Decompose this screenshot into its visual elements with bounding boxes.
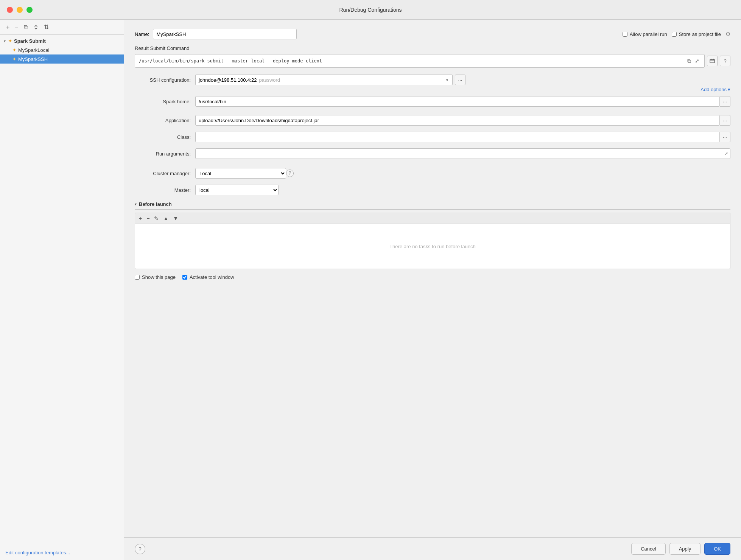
cluster-manager-select[interactable]: Local YARN Mesos Standalone [195, 168, 286, 179]
dialog-footer: ? Cancel Apply OK [124, 537, 741, 560]
browse-command-button[interactable] [707, 56, 718, 66]
class-label: Class: [135, 134, 195, 140]
content-scroll: Name: Allow parallel run Store as projec… [124, 20, 741, 537]
footer-help-button[interactable]: ? [135, 544, 145, 554]
before-launch-up-button[interactable]: ▲ [162, 215, 170, 222]
before-launch-toolbar: + − ✎ ▲ ▼ [135, 213, 730, 224]
before-launch-add-button[interactable]: + [137, 215, 143, 222]
ssh-password-hint: password [259, 77, 280, 83]
run-arguments-row: Run arguments: ⤢ [135, 148, 730, 159]
tree-item-spark-submit[interactable]: ▾ ✦ Spark Submit [0, 36, 124, 45]
maximize-button[interactable] [26, 7, 33, 13]
store-project-checkbox-label[interactable]: Store as project file [672, 31, 721, 37]
tree-item-label: MySparkLocal [18, 47, 49, 53]
edit-templates-link[interactable]: Edit configuration templates... [5, 550, 70, 555]
add-config-button[interactable]: + [5, 23, 11, 31]
minimize-button[interactable] [17, 7, 23, 13]
close-button[interactable] [7, 7, 13, 13]
name-label: Name: [135, 31, 149, 37]
allow-parallel-checkbox[interactable] [623, 32, 627, 37]
name-input[interactable] [153, 29, 297, 39]
show-page-label[interactable]: Show this page [135, 274, 176, 280]
activate-tool-text: Activate tool window [190, 274, 234, 280]
cluster-manager-label: Cluster manager: [135, 171, 195, 176]
bottom-checks: Show this page Activate tool window [135, 269, 730, 283]
add-options-label: Add options [701, 87, 727, 92]
gear-icon[interactable]: ⚙ [725, 31, 730, 37]
sidebar-toolbar: + − ⧉ ⇅ [0, 20, 124, 35]
master-select[interactable]: local local[*] local[N] [195, 185, 279, 195]
command-icons: ⧉ ⤢ [686, 58, 701, 65]
store-project-label: Store as project file [679, 31, 721, 37]
chevron-down-icon: ▾ [4, 39, 6, 43]
ssh-config-display: johndoe@198.51.100.4:22 password [195, 75, 442, 85]
application-browse-button[interactable]: ··· [720, 115, 730, 126]
ssh-dropdown-button[interactable]: ▾ [442, 75, 453, 85]
cancel-button[interactable]: Cancel [631, 543, 665, 555]
copy-command-button[interactable]: ⧉ [686, 58, 692, 65]
class-input[interactable] [195, 132, 720, 142]
spark-home-browse-button[interactable]: ··· [720, 96, 730, 107]
footer-buttons: Cancel Apply OK [631, 543, 730, 555]
chevron-down-icon: ▾ [728, 87, 730, 92]
before-launch-header: ▾ Before launch [135, 201, 730, 210]
run-arguments-input[interactable] [195, 148, 730, 159]
before-launch-section: ▾ Before launch + − ✎ ▲ ▼ There are no t… [135, 201, 730, 269]
before-launch-chevron[interactable]: ▾ [135, 202, 137, 206]
ssh-browse-button[interactable]: ··· [455, 75, 465, 85]
add-options-link[interactable]: Add options ▾ [701, 87, 730, 92]
tree-item-mysparkssh[interactable]: ✦ MySparkSSH [0, 54, 124, 64]
ok-button[interactable]: OK [704, 543, 730, 555]
command-text: /usr/local/bin/bin/spark-submit --master… [139, 58, 684, 64]
store-project-checkbox[interactable] [672, 32, 677, 37]
main-container: + − ⧉ ⇅ ▾ ✦ Spark Submit ✦ MySparkLocal [0, 20, 741, 560]
apply-button[interactable]: Apply [669, 543, 701, 555]
help-command-button[interactable]: ? [720, 56, 730, 66]
before-launch-edit-button[interactable]: ✎ [153, 215, 160, 222]
spark-home-label: Spark home: [135, 99, 195, 104]
before-launch-content: There are no tasks to run before launch [135, 224, 730, 269]
ssh-config-label: SSH configuration: [135, 77, 195, 83]
move-config-button[interactable] [32, 24, 40, 31]
sidebar: + − ⧉ ⇅ ▾ ✦ Spark Submit ✦ MySparkLocal [0, 20, 124, 560]
my-spark-ssh-icon: ✦ [12, 56, 17, 62]
my-spark-local-icon: ✦ [12, 47, 17, 53]
tree-item-mysparlocal[interactable]: ✦ MySparkLocal [0, 45, 124, 54]
application-row: Application: ··· [135, 115, 730, 126]
before-launch-title: Before launch [139, 201, 172, 207]
spark-home-input[interactable] [195, 96, 720, 107]
show-page-checkbox[interactable] [135, 275, 140, 280]
title-bar: Run/Debug Configurations [0, 0, 741, 20]
master-row: Master: local local[*] local[N] [135, 185, 730, 195]
class-row: Class: ··· [135, 132, 730, 142]
name-section: Name: [135, 29, 297, 39]
run-arguments-label: Run arguments: [135, 151, 195, 157]
application-input[interactable] [195, 115, 720, 126]
window-controls [7, 7, 33, 13]
ssh-config-value: johndoe@198.51.100.4:22 [199, 77, 257, 83]
sort-config-button[interactable]: ⇅ [42, 23, 50, 31]
expand-command-button[interactable]: ⤢ [694, 58, 701, 65]
copy-config-button[interactable]: ⧉ [22, 23, 30, 31]
before-launch-remove-button[interactable]: − [145, 215, 151, 222]
run-args-group: ⤢ [195, 148, 730, 159]
options-section: Allow parallel run Store as project file… [623, 31, 730, 37]
config-tree: ▾ ✦ Spark Submit ✦ MySparkLocal ✦ MySpar… [0, 35, 124, 545]
cluster-help-icon[interactable]: ? [286, 170, 294, 177]
allow-parallel-label: Allow parallel run [630, 31, 667, 37]
activate-tool-label[interactable]: Activate tool window [182, 274, 234, 280]
activate-tool-checkbox[interactable] [182, 275, 187, 280]
before-launch-empty-text: There are no tasks to run before launch [389, 244, 476, 249]
command-text-area: /usr/local/bin/bin/spark-submit --master… [135, 54, 705, 68]
class-browse-button[interactable]: ··· [720, 132, 730, 142]
expand-icon[interactable]: ⤢ [724, 151, 728, 156]
help-icon: ? [724, 58, 726, 64]
tree-item-label: Spark Submit [14, 38, 46, 44]
show-page-text: Show this page [142, 274, 176, 280]
window-title: Run/Debug Configurations [339, 7, 402, 13]
result-command-label: Result Submit Command [135, 45, 730, 51]
remove-config-button[interactable]: − [13, 23, 20, 31]
allow-parallel-checkbox-label[interactable]: Allow parallel run [623, 31, 667, 37]
before-launch-down-button[interactable]: ▼ [171, 215, 180, 222]
result-command-section: Result Submit Command /usr/local/bin/bin… [135, 45, 730, 68]
